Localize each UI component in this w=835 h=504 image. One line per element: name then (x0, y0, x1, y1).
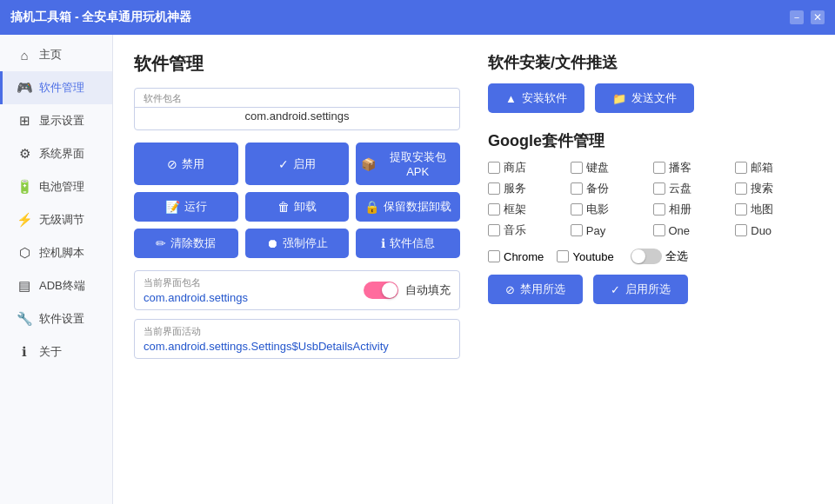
label-pay: Pay (586, 224, 605, 237)
sidebar-item-settings[interactable]: 🔧 软件设置 (0, 302, 112, 335)
google-item-framework: 框架 (488, 202, 567, 217)
send-file-button[interactable]: 📁 发送文件 (595, 83, 694, 113)
pkg-input[interactable] (144, 108, 451, 124)
select-all-label: 全选 (665, 249, 688, 264)
google-item-keyboard: 键盘 (571, 160, 650, 176)
autofill-toggle[interactable] (364, 282, 398, 299)
google-item-one: One (653, 222, 732, 238)
google-item-movies: 电影 (571, 202, 650, 217)
current-activity-box: 当前界面活动 com.android.settings.Settings$Usb… (134, 319, 460, 359)
label-maps: 地图 (751, 202, 773, 217)
enable-all-button[interactable]: ✓ 启用所选 (593, 275, 688, 304)
sidebar-item-adb[interactable]: ▤ ADB终端 (0, 269, 112, 302)
sidebar-label-about: 关于 (39, 344, 62, 360)
disable-button[interactable]: ⊘ 禁用 (134, 143, 238, 185)
force-stop-button[interactable]: ⏺ 强制停止 (245, 229, 350, 258)
checkbox-framework[interactable] (488, 203, 500, 216)
window-controls: － ✕ (790, 10, 825, 24)
force-stop-icon: ⏺ (266, 236, 278, 250)
label-player: 播客 (669, 160, 691, 176)
system-icon: ⚙ (17, 146, 32, 162)
sidebar-item-battery[interactable]: 🔋 电池管理 (0, 170, 112, 203)
software-info-button[interactable]: ℹ 软件信息 (356, 229, 460, 258)
sidebar-item-display[interactable]: ⊞ 显示设置 (0, 104, 112, 137)
checkbox-movies[interactable] (571, 203, 583, 216)
checkbox-one[interactable] (653, 224, 665, 236)
disable-all-icon: ⊘ (505, 283, 515, 296)
checkbox-pay[interactable] (571, 224, 583, 236)
google-item-photos: 相册 (653, 202, 732, 217)
app-body: ⌂ 主页 🎮 软件管理 ⊞ 显示设置 ⚙ 系统界面 🔋 电池管理 ⚡ 无级调节 … (0, 35, 835, 504)
left-panel-title: 软件管理 (134, 52, 460, 76)
checkbox-keyboard[interactable] (571, 162, 583, 174)
install-software-button[interactable]: ▲ 安装软件 (488, 83, 584, 113)
install-icon: ▲ (505, 92, 517, 105)
checkbox-duo[interactable] (735, 224, 747, 236)
enable-icon: ✓ (278, 157, 289, 171)
sidebar-label-home: 主页 (39, 47, 62, 63)
sidebar-label-settings: 软件设置 (39, 311, 84, 327)
checkbox-youtube[interactable] (557, 250, 569, 262)
checkbox-store[interactable] (488, 162, 500, 174)
about-icon: ℹ (17, 344, 32, 360)
advanced-icon: ⚡ (17, 212, 32, 228)
google-item-service: 服务 (488, 181, 567, 196)
checkbox-backup[interactable] (571, 182, 583, 195)
uninstall-keep-button[interactable]: 🔒 保留数据卸载 (356, 192, 460, 222)
google-item-backup: 备份 (571, 181, 650, 196)
send-icon: 📁 (612, 92, 626, 105)
run-icon: 📝 (165, 200, 180, 214)
current-activity-value: com.android.settings.Settings$UsbDetails… (144, 340, 451, 353)
google-item-maps: 地图 (735, 202, 814, 217)
label-search: 搜索 (751, 181, 773, 196)
install-buttons: ▲ 安装软件 📁 发送文件 (488, 83, 814, 113)
uninstall-button[interactable]: 🗑 卸载 (245, 192, 350, 222)
google-section-title: Google套件管理 (488, 130, 814, 151)
checkbox-maps[interactable] (735, 203, 747, 216)
info-icon: ℹ (381, 236, 385, 250)
minimize-button[interactable]: － (790, 10, 804, 24)
google-item-store: 商店 (488, 160, 567, 176)
run-label: 运行 (184, 199, 207, 215)
select-all-toggle[interactable] (631, 249, 662, 264)
sidebar-item-system[interactable]: ⚙ 系统界面 (0, 137, 112, 170)
checkbox-photos[interactable] (653, 203, 665, 216)
content-area: 软件管理 软件包名 ⊘ 禁用 ✓ 启用 📦 提取安装包APK (113, 35, 835, 504)
extract-icon: 📦 (361, 157, 376, 171)
checkbox-service[interactable] (488, 182, 500, 195)
sidebar-label-script: 控机脚本 (39, 245, 84, 261)
google-item-email: 邮箱 (735, 160, 814, 176)
checkbox-music[interactable] (488, 224, 500, 236)
sidebar-item-home[interactable]: ⌂ 主页 (0, 38, 112, 71)
run-button[interactable]: 📝 运行 (134, 192, 238, 222)
label-youtube: Youtube (572, 250, 613, 263)
enable-button[interactable]: ✓ 启用 (245, 143, 350, 185)
checkbox-drive[interactable] (653, 182, 665, 195)
uninstall-label: 卸载 (294, 199, 317, 215)
software-icon: 🎮 (17, 80, 32, 96)
uninstall-keep-icon: 🔒 (364, 200, 379, 214)
left-panel: 软件管理 软件包名 ⊘ 禁用 ✓ 启用 📦 提取安装包APK (134, 52, 460, 487)
clear-button[interactable]: ✏ 清除数据 (134, 229, 238, 258)
force-stop-label: 强制停止 (283, 235, 328, 251)
checkbox-chrome[interactable] (488, 250, 500, 262)
sidebar-item-advanced[interactable]: ⚡ 无级调节 (0, 203, 112, 236)
disable-label: 禁用 (182, 156, 204, 172)
clear-label: 清除数据 (170, 235, 216, 251)
close-button[interactable]: ✕ (811, 10, 825, 24)
checkbox-email[interactable] (735, 162, 747, 174)
sidebar-label-battery: 电池管理 (39, 179, 84, 195)
checkbox-player[interactable] (653, 162, 665, 174)
sidebar-item-software[interactable]: 🎮 软件管理 (0, 71, 112, 104)
send-file-label: 发送文件 (631, 90, 677, 106)
disable-all-button[interactable]: ⊘ 禁用所选 (488, 275, 583, 304)
bottom-buttons: ⊘ 禁用所选 ✓ 启用所选 (488, 275, 814, 304)
checkbox-search[interactable] (735, 182, 747, 195)
extract-button[interactable]: 📦 提取安装包APK (356, 143, 460, 185)
sidebar-item-about[interactable]: ℹ 关于 (0, 335, 112, 368)
enable-all-icon: ✓ (611, 283, 620, 296)
google-item-player: 播客 (653, 160, 732, 176)
sidebar-item-script[interactable]: ⬡ 控机脚本 (0, 236, 112, 269)
disable-icon: ⊘ (167, 157, 177, 171)
home-icon: ⌂ (17, 48, 32, 63)
